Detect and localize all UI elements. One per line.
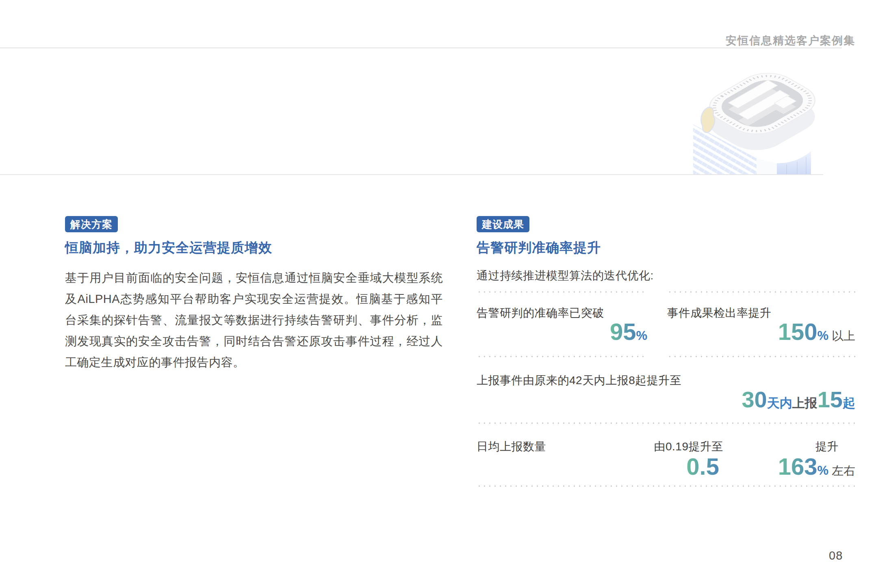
stat4-value1: 0.5 [686, 454, 719, 480]
dotted-divider [667, 291, 855, 293]
header-title: 安恒信息精选客户案例集 [726, 33, 855, 48]
dotted-divider [477, 422, 855, 424]
document-page: 安恒信息精选客户案例集 [0, 0, 889, 588]
section-divider [0, 174, 823, 175]
stat3-value: 30天内上报15起 [477, 387, 855, 413]
solution-badge: 解决方案 [65, 216, 118, 232]
stat3-unit2: 起 [843, 396, 855, 410]
stat3-number2: 15 [817, 387, 843, 412]
results-badge: 建设成果 [477, 216, 529, 232]
stat4-number2: 163 [778, 453, 817, 480]
stat1-value: 95% [477, 319, 647, 345]
stat2-value: 150%以上 [667, 319, 855, 345]
results-heading: 告警研判准确率提升 [477, 239, 601, 257]
solution-heading: 恒脑加持，助力安全运营提质增效 [65, 239, 272, 257]
stat3-mid: 上报 [792, 396, 817, 410]
stat2-number: 150 [778, 318, 817, 345]
stat4-label: 日均上报数量 [477, 439, 546, 454]
page-number: 08 [829, 549, 843, 562]
stat4-number1: 0.5 [686, 453, 719, 480]
building-illustration [691, 60, 821, 174]
solution-body: 基于用户目前面临的安全问题，安恒信息通过恒脑安全垂域大模型系统及AiLPHA态势… [65, 267, 443, 373]
stat3-number1: 30 [742, 387, 767, 412]
stat4-unit2: % [817, 463, 828, 478]
dotted-divider [477, 485, 855, 487]
stat1-number: 95 [610, 318, 636, 345]
solution-section: 解决方案 恒脑加持，助力安全运营提质增效 基于用户目前面临的安全问题，安恒信息通… [65, 216, 443, 232]
stat4-suffix: 左右 [832, 464, 855, 477]
dotted-divider [477, 291, 647, 293]
stat2-unit: % [817, 329, 828, 343]
header-divider [0, 48, 842, 48]
stat3-label: 上报事件由原来的42天内上报8起提升至 [477, 373, 681, 388]
stat4-sublabel2: 提升 [815, 439, 839, 454]
stat1-unit: % [636, 329, 647, 343]
dotted-divider [477, 356, 647, 357]
stat3-unit1: 天内 [767, 396, 792, 410]
results-intro: 通过持续推进模型算法的迭代优化: [477, 268, 654, 283]
results-section: 建设成果 告警研判准确率提升 通过持续推进模型算法的迭代优化: 告警研判的准确率… [477, 216, 855, 232]
stat4-value2: 163%左右 [778, 454, 855, 480]
stat4-sublabel1: 由0.19提升至 [654, 439, 724, 454]
dotted-divider [667, 356, 855, 357]
stat2-suffix: 以上 [832, 329, 855, 342]
